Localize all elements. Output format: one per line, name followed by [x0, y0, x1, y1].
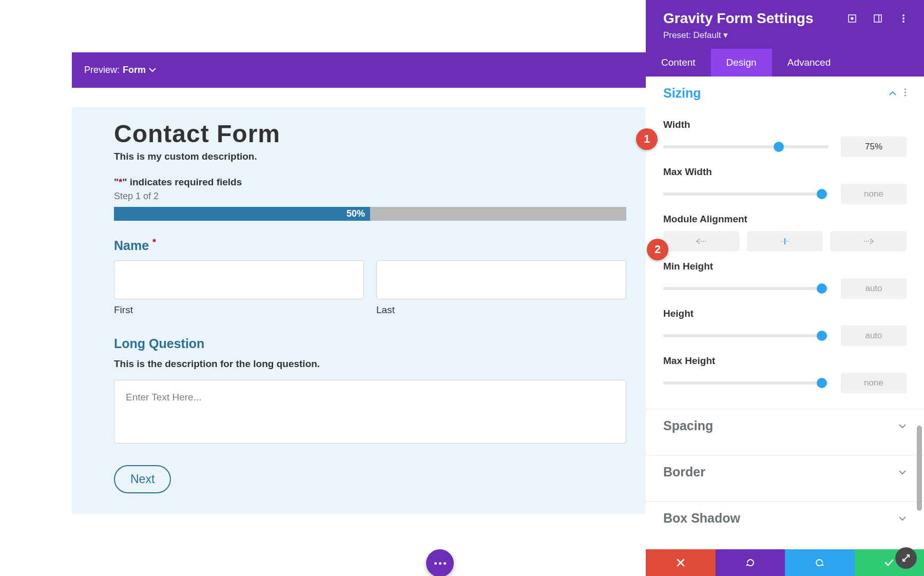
section-box-shadow-title: Box Shadow: [663, 511, 898, 526]
tab-advanced[interactable]: Advanced: [772, 49, 846, 76]
progress-fill: 50%: [114, 207, 370, 221]
min-height-label: Min Height: [663, 261, 907, 272]
width-slider-thumb[interactable]: [774, 142, 784, 152]
next-button[interactable]: Next: [114, 465, 171, 493]
redo-button[interactable]: [785, 549, 855, 576]
height-value-input[interactable]: auto: [841, 325, 907, 346]
sidebar-body: Sizing Width 75% Max Width none Module A…: [646, 76, 924, 576]
svg-point-5: [902, 17, 904, 20]
height-slider[interactable]: [663, 334, 829, 337]
more-vertical-icon[interactable]: [896, 11, 911, 26]
align-left-button[interactable]: [663, 231, 740, 252]
preview-dropdown-value[interactable]: Form: [123, 65, 146, 75]
chevron-down-icon: [898, 468, 907, 477]
form-description: This is my custom description.: [114, 151, 626, 162]
max-width-slider[interactable]: [663, 193, 829, 196]
section-spacing-title: Spacing: [663, 418, 898, 433]
required-star-icon: *: [152, 237, 156, 247]
chevron-down-icon: [898, 421, 907, 431]
sidebar-title: Gravity Form Settings: [663, 10, 834, 27]
min-height-value-input[interactable]: auto: [841, 278, 907, 299]
max-height-slider-thumb[interactable]: [817, 378, 827, 388]
section-sizing-title: Sizing: [663, 86, 889, 101]
long-question-textarea[interactable]: Enter Text Here...: [114, 380, 626, 444]
svg-point-7: [904, 88, 906, 90]
max-height-slider[interactable]: [663, 381, 829, 385]
sidebar-header: Gravity Form Settings Preset: Default ▾: [646, 0, 924, 49]
first-name-input[interactable]: [114, 260, 364, 299]
section-box-shadow-header[interactable]: Box Shadow: [646, 502, 924, 535]
svg-point-6: [902, 21, 904, 23]
svg-rect-2: [874, 15, 881, 22]
svg-point-9: [904, 94, 906, 96]
align-right-button[interactable]: [830, 231, 907, 252]
section-more-icon[interactable]: [904, 88, 907, 99]
width-value-input[interactable]: 75%: [841, 137, 907, 157]
form-title: Contact Form: [114, 120, 626, 148]
textarea-placeholder: Enter Text Here...: [126, 392, 202, 402]
section-border-title: Border: [663, 465, 898, 479]
undo-button[interactable]: [716, 549, 785, 576]
preset-dropdown[interactable]: Preset: Default ▾: [663, 30, 911, 41]
progress-bar: 50%: [114, 207, 626, 221]
caret-down-icon[interactable]: [149, 66, 156, 75]
panel-layout-icon[interactable]: [871, 11, 885, 26]
floating-action-button[interactable]: [426, 549, 454, 576]
progress-percent-label: 50%: [346, 208, 365, 219]
section-spacing-header[interactable]: Spacing: [646, 409, 924, 443]
long-question-label: Long Question: [114, 336, 626, 351]
min-height-slider-thumb[interactable]: [817, 283, 827, 294]
preview-toolbar: Preview: Form: [72, 52, 647, 88]
max-width-slider-thumb[interactable]: [817, 189, 827, 199]
caret-down-icon: ▾: [723, 30, 728, 40]
max-width-value-input[interactable]: none: [841, 184, 907, 204]
callout-badge-1: 1: [636, 128, 658, 150]
chevron-up-icon: [889, 89, 897, 98]
width-label: Width: [663, 119, 907, 130]
last-name-input[interactable]: [376, 260, 626, 299]
chevron-down-icon: [898, 514, 907, 523]
min-height-slider[interactable]: [663, 287, 829, 290]
focus-icon[interactable]: [845, 11, 859, 26]
first-name-sublabel: First: [114, 304, 364, 316]
step-indicator: Step 1 of 2: [114, 191, 626, 202]
required-fields-note: "*" indicates required fields: [114, 177, 626, 188]
max-width-label: Max Width: [663, 166, 907, 178]
form-preview-area: Preview: Form Contact Form This is my cu…: [72, 52, 647, 514]
callout-badge-2: 2: [647, 239, 668, 260]
sidebar-tabs: Content Design Advanced: [646, 49, 924, 76]
form-canvas: Contact Form This is my custom descripti…: [72, 107, 647, 514]
height-slider-thumb[interactable]: [817, 331, 827, 341]
section-sizing-body: Width 75% Max Width none Module Alignmen…: [646, 119, 924, 396]
module-alignment-label: Module Alignment: [663, 214, 907, 225]
preview-label: Preview:: [84, 65, 120, 75]
cancel-button[interactable]: [646, 549, 716, 576]
max-height-label: Max Height: [663, 355, 907, 367]
svg-point-1: [851, 17, 853, 20]
section-sizing-header[interactable]: Sizing: [646, 76, 924, 110]
tab-content[interactable]: Content: [646, 49, 711, 76]
sidebar-footer: [646, 549, 924, 576]
section-border-header[interactable]: Border: [646, 455, 924, 489]
tab-design[interactable]: Design: [711, 49, 772, 76]
settings-sidebar: Gravity Form Settings Preset: Default ▾ …: [646, 0, 924, 576]
width-slider[interactable]: [663, 145, 829, 148]
scrollbar-thumb[interactable]: [917, 426, 922, 511]
expand-corner-button[interactable]: [895, 547, 917, 569]
svg-point-4: [902, 14, 904, 16]
max-height-value-input[interactable]: none: [841, 373, 907, 393]
name-field-label: Name *: [114, 237, 626, 253]
height-label: Height: [663, 308, 907, 319]
last-name-sublabel: Last: [376, 304, 626, 316]
svg-point-8: [904, 91, 906, 93]
align-center-button[interactable]: [747, 231, 823, 252]
long-question-description: This is the description for the long que…: [114, 358, 626, 370]
